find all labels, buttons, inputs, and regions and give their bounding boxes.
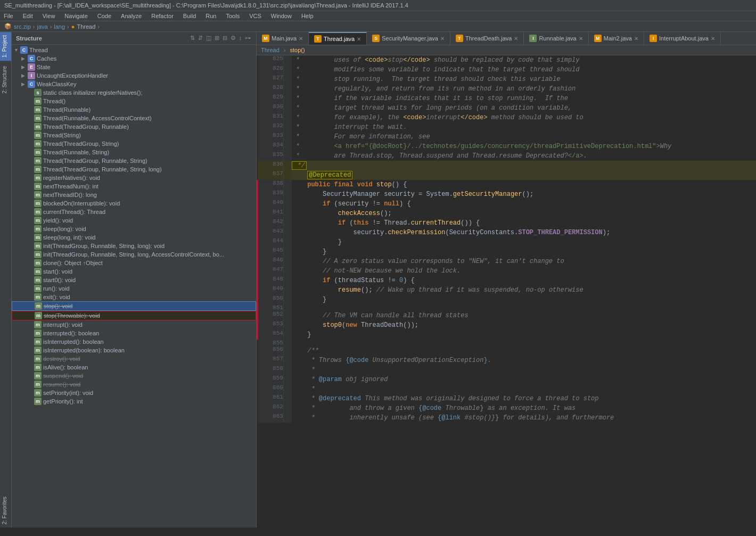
menu-item-help[interactable]: Help bbox=[300, 12, 315, 20]
tree-item-start[interactable]: m start(): void bbox=[12, 267, 256, 276]
tree-item-thread[interactable]: ▼ C Thread bbox=[12, 46, 256, 54]
tree-item-weakclasskey[interactable]: ▶ C WeakClassKey bbox=[12, 80, 256, 88]
settings-icon[interactable]: ⚙ bbox=[229, 34, 237, 42]
breadcrumb-srczip[interactable]: src.zip bbox=[14, 23, 31, 30]
table-row: 844 } bbox=[258, 237, 756, 247]
method-icon: m bbox=[34, 276, 42, 284]
tree-item-registernatives[interactable]: m registerNatives(): void bbox=[12, 174, 256, 182]
tree-item-clone[interactable]: m clone(): Object ↑Object bbox=[12, 259, 256, 267]
scroll-icon[interactable]: ↕ bbox=[238, 34, 243, 42]
tab-runnable-java[interactable]: I Runnable.java ✕ bbox=[524, 32, 588, 45]
tree-item-destroy[interactable]: m destroy(): void bbox=[12, 354, 256, 363]
menu-item-run[interactable]: Run bbox=[204, 12, 218, 20]
menu-item-vcs[interactable]: VCS bbox=[248, 12, 263, 20]
tree-item-stop[interactable]: m stop(): void bbox=[12, 301, 256, 311]
collapse-all-icon[interactable]: ⊟ bbox=[221, 34, 228, 42]
vtab-project[interactable]: 1: Project bbox=[0, 32, 11, 61]
left-vtabs: 1: Project 2: Structure 2: Favorites bbox=[0, 32, 12, 527]
breadcrumb-lang[interactable]: lang bbox=[54, 23, 65, 30]
tree-item-currentthread[interactable]: m currentThread(): Thread bbox=[12, 208, 256, 216]
tree-item-init1[interactable]: m init(ThreadGroup, Runnable, String, lo… bbox=[12, 242, 256, 250]
menu-item-tools[interactable]: Tools bbox=[224, 12, 241, 20]
tree-item-start0[interactable]: m start0(): void bbox=[12, 276, 256, 284]
breadcrumb-java[interactable]: java bbox=[37, 23, 47, 30]
tree-item-getpriority[interactable]: m getPriority(): int bbox=[12, 397, 256, 406]
menu-item-edit[interactable]: Edit bbox=[21, 12, 35, 20]
expand-state[interactable]: ▶ bbox=[21, 64, 28, 70]
breadcrumb-thread[interactable]: Thread bbox=[77, 23, 95, 30]
tree-item-thread-runnable[interactable]: m Thread(Runnable) bbox=[12, 105, 256, 114]
menu-item-window[interactable]: Window bbox=[269, 12, 293, 20]
tab-close-secmgr[interactable]: ✕ bbox=[440, 36, 445, 42]
tree-item-interrupted[interactable]: m interrupted(): boolean bbox=[12, 329, 256, 337]
tree-item-yield[interactable]: m yield(): void bbox=[12, 216, 256, 225]
expand-caches[interactable]: ▶ bbox=[21, 56, 28, 61]
tree-item-stop-throwable[interactable]: m stop(Throwable): void bbox=[12, 311, 256, 320]
tree-item-state[interactable]: ▶ E State bbox=[12, 63, 256, 71]
tree-item-thread-empty[interactable]: m Thread() bbox=[12, 97, 256, 105]
tree-item-sleep-long[interactable]: m sleep(long): void bbox=[12, 225, 256, 233]
tree-item-isalive[interactable]: m isAlive(): boolean bbox=[12, 363, 256, 372]
sort-alpha-icon[interactable]: ⇅ bbox=[189, 34, 196, 42]
expand-uncaught[interactable]: ▶ bbox=[21, 73, 28, 78]
tab-secmgr-java[interactable]: S SecurityManager.java ✕ bbox=[367, 32, 450, 45]
line-number: 842 bbox=[258, 218, 284, 228]
tab-close-runnable[interactable]: ✕ bbox=[579, 36, 583, 42]
tree-item-interrupt[interactable]: m interrupt(): void bbox=[12, 320, 256, 329]
menu-item-code[interactable]: Code bbox=[96, 12, 113, 20]
tree-item-isinterrupted[interactable]: m isInterrupted(): boolean bbox=[12, 337, 256, 346]
tree-item-caches[interactable]: ▶ C Caches bbox=[12, 54, 256, 63]
show-inherited-icon[interactable]: ◫ bbox=[205, 34, 212, 42]
tab-close-threaddeath[interactable]: ✕ bbox=[514, 36, 518, 42]
tab-close-main[interactable]: ✕ bbox=[299, 36, 303, 42]
code-area[interactable]: 825 * uses of <code>stop</code> should b… bbox=[257, 55, 756, 527]
tree-item-nextthreadnum[interactable]: m nextThreadNum(): int bbox=[12, 182, 256, 191]
line-code: } bbox=[292, 330, 755, 340]
tab-close-thread[interactable]: ✕ bbox=[357, 36, 361, 42]
tree-item-thread-tg-runnable-string[interactable]: m Thread(ThreadGroup, Runnable, String) bbox=[12, 156, 256, 165]
tree-item-resume[interactable]: m resume(): void bbox=[12, 380, 256, 389]
tab-main-java[interactable]: M Main.java ✕ bbox=[257, 32, 309, 45]
tab-close-main2[interactable]: ✕ bbox=[634, 36, 638, 42]
tab-main2-java[interactable]: M Main2.java ✕ bbox=[589, 32, 644, 45]
expand-all-icon[interactable]: ⊞ bbox=[213, 34, 220, 42]
menu-item-analyze[interactable]: Analyze bbox=[119, 12, 143, 20]
tree-item-thread-tg-string[interactable]: m Thread(ThreadGroup, String) bbox=[12, 139, 256, 148]
tree-item-thread-runnable-acc[interactable]: m Thread(Runnable, AccessControlContext) bbox=[12, 114, 256, 122]
menu-item-build[interactable]: Build bbox=[182, 12, 198, 20]
tree-item-static-init[interactable]: s static class initializer registerNativ… bbox=[12, 88, 256, 97]
tree-item-run[interactable]: m run(): void bbox=[12, 284, 256, 293]
tree-item-suspend[interactable]: m suspend(): void bbox=[12, 372, 256, 380]
menu-item-refactor[interactable]: Refactor bbox=[150, 12, 175, 20]
tab-threaddeath-java[interactable]: T ThreadDeath.java ✕ bbox=[450, 32, 524, 45]
tree-item-thread-runnable-string[interactable]: m Thread(Runnable, String) bbox=[12, 148, 256, 156]
tree-item-uncaught[interactable]: ▶ I UncaughtExceptionHandler bbox=[12, 71, 256, 80]
expand-thread[interactable]: ▼ bbox=[14, 47, 20, 53]
tree-container[interactable]: ▼ C Thread ▶ C Caches ▶ E State ▶ I bbox=[12, 45, 256, 527]
tree-item-thread-tg-runnable[interactable]: m Thread(ThreadGroup, Runnable) bbox=[12, 122, 256, 131]
menu-item-navigate[interactable]: Navigate bbox=[63, 12, 89, 20]
tree-item-thread-tg-runnable-string-long[interactable]: m Thread(ThreadGroup, Runnable, String, … bbox=[12, 165, 256, 174]
vtab-structure[interactable]: 2: Structure bbox=[0, 63, 11, 97]
tab-thread-java[interactable]: T Thread.java ✕ bbox=[309, 32, 367, 45]
menu-item-file[interactable]: File bbox=[2, 12, 15, 20]
vtab-favorites[interactable]: 2: Favorites bbox=[0, 493, 11, 527]
tree-item-init2[interactable]: m init(ThreadGroup, Runnable, String, lo… bbox=[12, 250, 256, 259]
table-row: 851 bbox=[258, 304, 756, 311]
autoscroll-icon[interactable]: ⊶ bbox=[244, 34, 252, 42]
tree-item-blockedon[interactable]: m blockedOn(Interruptible): void bbox=[12, 199, 256, 208]
sort-order-icon[interactable]: ⇵ bbox=[197, 34, 204, 42]
table-row: 859 * @param obj ignored bbox=[258, 375, 756, 384]
tree-item-exit[interactable]: m exit(): void bbox=[12, 293, 256, 301]
tree-item-isinterrupted-bool[interactable]: m isInterrupted(boolean): boolean bbox=[12, 346, 256, 354]
menu-item-view[interactable]: View bbox=[41, 12, 57, 20]
expand-weakclasskey[interactable]: ▶ bbox=[21, 81, 28, 87]
line-number: 834 bbox=[258, 142, 284, 151]
tree-item-setpriority[interactable]: m setPriority(int): void bbox=[12, 389, 256, 397]
tree-item-nextthreadid[interactable]: m nextThreadID(): long bbox=[12, 191, 256, 199]
tab-close-interruptabout[interactable]: ✕ bbox=[711, 36, 715, 42]
tab-interruptabout-java[interactable]: I InterruptAbout.java ✕ bbox=[644, 32, 721, 45]
tree-item-thread-string[interactable]: m Thread(String) bbox=[12, 131, 256, 139]
tree-item-sleep-long-int[interactable]: m sleep(long, int): void bbox=[12, 233, 256, 242]
line-number: 854 bbox=[258, 330, 284, 340]
